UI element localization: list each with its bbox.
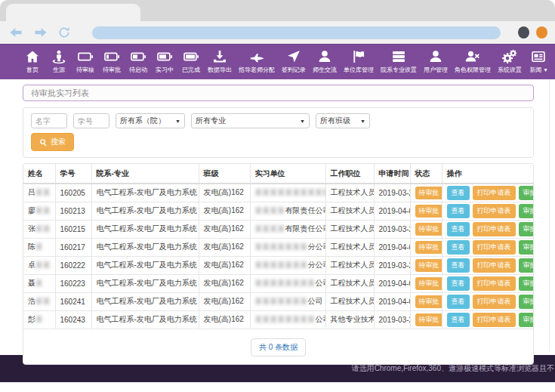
scrollbar-track[interactable] <box>549 79 550 351</box>
cell-actions: 查看打印申请表审批通过 <box>442 184 534 202</box>
home-icon <box>25 48 40 64</box>
nav-item-7[interactable]: 数据导出 <box>208 48 232 74</box>
print-application-button[interactable]: 打印申请表 <box>473 186 516 200</box>
nav-item-1[interactable]: 生源 <box>49 48 69 74</box>
approve-button[interactable]: 审批通过 <box>519 258 535 273</box>
print-application-button[interactable]: 打印申请表 <box>473 240 516 255</box>
cell-company: 某某某某某某某某公司 <box>250 310 325 329</box>
nav-item-label: 系统设置 <box>498 66 522 74</box>
status-badge: 待审批 <box>415 223 442 236</box>
cell-actions: 查看打印申请表审批通过 <box>442 310 534 329</box>
name-visible: 廖 <box>28 206 35 215</box>
approve-button[interactable]: 审批通过 <box>519 313 535 327</box>
nav-item-10[interactable]: 师生交流 <box>313 48 337 74</box>
company-suffix: 分公司 <box>308 261 326 269</box>
name-redacted: 某某 <box>35 206 51 215</box>
nav-item-9[interactable]: 签到记录 <box>282 48 306 74</box>
nav-item-6[interactable]: 已完成 <box>181 48 201 74</box>
view-button[interactable]: 查看 <box>447 258 470 273</box>
cell-class: 发电(高)162 <box>199 202 250 220</box>
view-button[interactable]: 查看 <box>447 240 470 255</box>
print-application-button[interactable]: 打印申请表 <box>473 313 516 327</box>
print-application-button[interactable]: 打印申请表 <box>473 276 516 291</box>
browser-tab[interactable] <box>6 4 140 21</box>
cell-apply-date: 2019-04-02 <box>374 202 410 220</box>
cell-actions: 查看打印申请表审批通过 <box>442 292 534 310</box>
nav-item-8[interactable]: 指导老师分配 <box>239 48 275 74</box>
column-header: 学号 <box>55 164 91 184</box>
page-title: 待审批实习列表 <box>23 85 534 101</box>
nav-item-2[interactable]: 待审核 <box>76 48 95 74</box>
print-application-button[interactable]: 打印申请表 <box>473 222 516 236</box>
company-suffix: 分公司 <box>308 242 326 251</box>
column-header: 姓名 <box>23 164 55 184</box>
page-content: 待审批实习列表 所有系（院） ▼ 所有专业 ▼ 所有班级 ▼ <box>0 79 555 355</box>
user-icon <box>317 48 332 64</box>
name-redacted: 某某 <box>35 224 51 233</box>
chevron-down-icon: ▼ <box>175 119 180 124</box>
view-button[interactable]: 查看 <box>447 204 470 218</box>
cell-class: 发电(高)162 <box>199 310 250 329</box>
caret-down-icon: ▾ <box>542 66 547 73</box>
nav-item-13[interactable]: 用户管理 <box>424 48 448 74</box>
nav-item-label: 待启动 <box>129 66 147 74</box>
name-filter-input[interactable] <box>31 113 67 128</box>
status-badge: 待审批 <box>415 313 442 326</box>
nav-item-14[interactable]: 角色权限管理 <box>455 48 491 74</box>
pagination-total[interactable]: 共 0 条数据 <box>251 338 306 357</box>
approve-button[interactable]: 审批通过 <box>519 276 535 291</box>
major-select[interactable]: 所有专业 ▼ <box>191 113 310 128</box>
column-header: 状态 <box>410 164 442 184</box>
cell-job-title: 工程技术人员 <box>325 256 374 274</box>
cell-student-name: 廖某某 <box>23 202 55 220</box>
cell-student-name: 浩某某 <box>23 292 55 310</box>
refresh-button[interactable] <box>56 24 72 41</box>
print-application-button[interactable]: 打印申请表 <box>473 295 516 309</box>
nav-item-11[interactable]: 单位库管理 <box>344 48 374 74</box>
view-button[interactable]: 查看 <box>447 222 470 236</box>
nav-item-0[interactable]: 首页 <box>23 48 42 74</box>
window-control-orange-dot[interactable] <box>536 26 547 39</box>
name-redacted: 某某 <box>35 188 51 196</box>
cell-student-name: 吕某某 <box>23 184 55 202</box>
view-button[interactable]: 查看 <box>447 295 470 309</box>
forward-button[interactable] <box>32 24 48 41</box>
nav-item-12[interactable]: 院系专业设置 <box>381 48 417 74</box>
cell-department-major: 电气工程系-发电厂及电力系统 <box>91 184 199 202</box>
cell-company: 某某某某有限责任公司 <box>250 220 325 238</box>
approve-button[interactable]: 审批通过 <box>519 204 535 218</box>
cell-company: 某某某某某某某分公司 <box>250 238 325 256</box>
cell-actions: 查看打印申请表审批通过 <box>442 202 534 220</box>
class-select[interactable]: 所有班级 ▼ <box>316 113 370 128</box>
approve-button[interactable]: 审批通过 <box>519 222 535 236</box>
print-application-button[interactable]: 打印申请表 <box>473 258 516 273</box>
battery-empty-icon <box>78 48 93 64</box>
back-button[interactable] <box>8 24 24 41</box>
approve-button[interactable]: 审批通过 <box>519 295 535 309</box>
table-row: 卓某某160222电气工程系-发电厂及电力系统发电(高)162某某某某某某某分公… <box>23 256 534 274</box>
view-button[interactable]: 查看 <box>447 313 470 327</box>
battery-half-icon <box>131 48 146 64</box>
view-button[interactable]: 查看 <box>447 276 470 291</box>
department-select[interactable]: 所有系（院） ▼ <box>116 113 185 128</box>
cell-department-major: 电气工程系-发电厂及电力系统 <box>91 256 199 274</box>
nav-item-15[interactable]: 系统设置 <box>498 48 522 74</box>
cell-status: 待审批 <box>410 310 442 329</box>
nav-item-5[interactable]: 实习中 <box>155 48 174 74</box>
filter-panel: 所有系（院） ▼ 所有专业 ▼ 所有班级 ▼ 搜索 <box>23 107 534 158</box>
view-button[interactable]: 查看 <box>447 186 470 200</box>
nav-item-3[interactable]: 待审批 <box>102 48 122 74</box>
window-control-dark-dot[interactable] <box>518 26 529 39</box>
address-bar[interactable] <box>92 26 501 39</box>
approve-button[interactable]: 审批通过 <box>519 240 535 255</box>
nav-item-16[interactable]: 新闻 ▾ <box>529 48 548 74</box>
student-id-filter-input[interactable] <box>73 113 109 128</box>
search-button[interactable]: 搜索 <box>31 133 74 151</box>
print-application-button[interactable]: 打印申请表 <box>473 204 516 218</box>
nav-item-4[interactable]: 待启动 <box>128 48 148 74</box>
cell-job-title: 工程技术人员 <box>325 292 374 310</box>
cell-company: 某某某某有限责任公司 <box>250 202 325 220</box>
cell-status: 待审批 <box>410 184 442 202</box>
approve-button[interactable]: 审批通过 <box>519 186 535 200</box>
nav-item-label: 待审批 <box>103 66 121 74</box>
